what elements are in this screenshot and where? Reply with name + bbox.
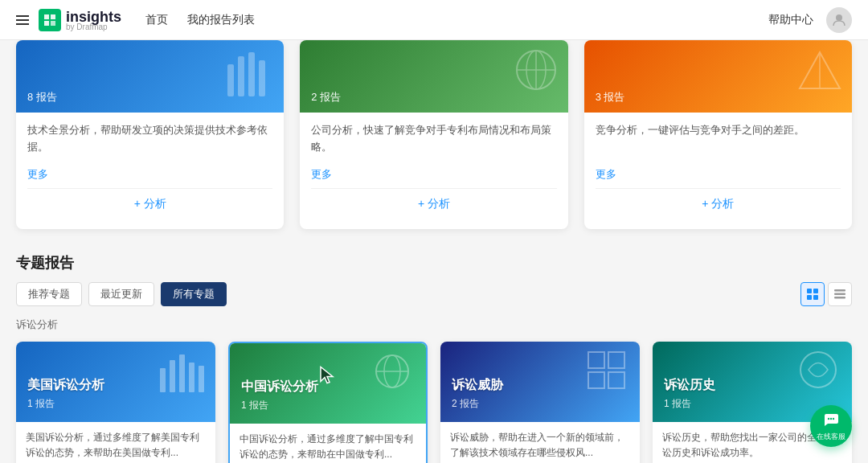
top-card-2: 3 报告 竞争分析，一键评估与竞争对手之间的差距。 更多 + 分析 [584,40,852,229]
svg-rect-1 [51,14,55,19]
card-deco-1 [512,48,560,95]
card-header-green: 2 报告 [300,40,567,113]
header-right: 帮助中心 [768,7,852,33]
card-0-body: 技术全景分析，帮助研发立项的决策提供技术参考依据。 更多 + 分析 [16,113,284,229]
top-card-1: 2 报告 公司分析，快速了解竞争对手专利布局情况和布局策略。 更多 + 分析 [300,40,567,229]
svg-point-37 [830,417,832,419]
report-card-0: 美国诉讼分析 1 报告 美国诉讼分析，通过多维度了解美国专利诉讼的态势，来帮助在… [16,342,215,463]
svg-rect-25 [179,354,185,392]
svg-rect-23 [160,368,166,392]
report-card-0-body: 美国诉讼分析，通过多维度了解美国专利诉讼的态势，来帮助在美国做专利... 更多 … [16,422,215,463]
card-0-desc: 技术全景分析，帮助研发立项的决策提供技术参考依据。 [27,122,272,162]
hamburger-menu[interactable] [16,15,29,25]
svg-rect-21 [834,293,845,296]
tab-recommended[interactable]: 推荐专题 [16,282,82,306]
report-card-1-desc: 中国诉讼分析，通过多维度了解中国专利诉讼的态势，来帮助在中国做专利... [240,432,416,463]
svg-rect-18 [807,295,812,300]
svg-point-4 [836,14,842,21]
svg-rect-3 [51,21,55,26]
report-card-2-body: 诉讼威胁，帮助在进入一个新的领域前，了解该技术领域存在哪些侵权风... 更多 ☆ [440,422,640,463]
chat-label: 在线客服 [817,432,845,442]
tab-recent[interactable]: 最近更新 [88,282,154,306]
svg-rect-2 [44,21,49,26]
card-header-orange: 3 报告 [584,40,852,113]
svg-rect-5 [227,64,234,96]
report-card-2-header: 诉讼威胁 2 报告 [440,342,640,422]
card-2-more[interactable]: 更多 [596,167,616,182]
main-content: 8 报告 技术全景分析，帮助研发立项的决策提供技术参考依据。 更多 + 分析 [0,40,868,463]
cursor-indicator [319,366,337,389]
report-card-2-desc: 诉讼威胁，帮助在进入一个新的领域前，了解该技术领域存在哪些侵权风... [450,430,630,463]
grid-view-button[interactable] [800,282,825,306]
report-card-0-badge: 1 报告 [27,397,204,411]
report-deco-3 [796,348,841,395]
card-1-badge: 2 报告 [311,90,341,104]
report-card-1-badge: 1 报告 [241,399,415,412]
svg-point-38 [833,417,834,419]
svg-point-35 [800,352,836,387]
svg-rect-34 [608,372,624,388]
report-card-0-header: 美国诉讼分析 1 报告 [16,342,215,422]
report-card-2: 诉讼威胁 2 报告 诉讼威胁，帮助在进入一个新的领域前，了解该技术领域存在哪些侵… [440,342,640,463]
report-card-1-header: 中国诉讼分析 1 报告 [230,343,426,424]
card-deco-0 [227,48,276,99]
svg-rect-26 [189,363,194,392]
logo-text-group: insights by Drafmap [66,9,121,31]
card-2-analyze[interactable]: + 分析 [596,188,841,219]
svg-rect-31 [588,352,604,368]
report-deco-2 [584,348,628,395]
card-0-badge: 8 报告 [27,90,57,104]
card-1-more[interactable]: 更多 [311,167,332,182]
help-link[interactable]: 帮助中心 [768,13,813,27]
svg-rect-6 [238,56,244,96]
section-title: 专题报告 [16,253,852,272]
filter-tabs: 推荐专题 最近更新 所有专题 [16,282,852,306]
card-1-analyze[interactable]: + 分析 [311,188,556,219]
header: insights by Drafmap 首页 我的报告列表 帮助中心 [0,0,868,40]
svg-rect-19 [813,295,818,300]
list-view-button[interactable] [828,282,852,306]
svg-rect-33 [588,372,604,388]
svg-rect-8 [259,60,265,96]
svg-rect-32 [608,352,624,368]
svg-rect-24 [170,360,175,392]
card-header-blue: 8 报告 [16,40,284,113]
report-card-2-badge: 2 报告 [452,397,628,411]
card-0-analyze[interactable]: + 分析 [27,188,272,219]
svg-rect-17 [813,289,818,293]
report-deco-0 [160,348,204,395]
report-cards-grid: 美国诉讼分析 1 报告 美国诉讼分析，通过多维度了解美国专利诉讼的态势，来帮助在… [16,342,852,463]
card-2-desc: 竞争分析，一键评估与竞争对手之间的差距。 [596,122,841,162]
svg-rect-20 [834,289,845,292]
nav-reports[interactable]: 我的报告列表 [187,13,255,27]
svg-rect-0 [44,14,49,19]
report-deco-1 [371,350,415,396]
svg-point-36 [828,417,829,419]
card-1-desc: 公司分析，快速了解竞争对手专利布局情况和布局策略。 [311,122,556,162]
nav-home[interactable]: 首页 [145,13,168,27]
svg-rect-27 [199,366,204,392]
logo: insights by Drafmap [39,9,121,31]
chat-widget[interactable]: 在线客服 [810,405,852,447]
card-1-body: 公司分析，快速了解竞争对手专利布局情况和布局策略。 更多 + 分析 [300,113,567,229]
svg-rect-7 [248,52,255,96]
user-avatar[interactable] [826,7,852,33]
card-0-more[interactable]: 更多 [27,167,48,182]
top-card-0: 8 报告 技术全景分析，帮助研发立项的决策提供技术参考依据。 更多 + 分析 [16,40,284,229]
view-toggle [800,282,852,306]
report-card-0-desc: 美国诉讼分析，通过多维度了解美国专利诉讼的态势，来帮助在美国做专利... [26,430,206,463]
card-2-badge: 3 报告 [596,90,625,104]
report-card-1-body: 中国诉讼分析，通过多维度了解中国专利诉讼的态势，来帮助在中国做专利... 更多 … [230,424,426,463]
category-label: 诉讼分析 [16,318,852,332]
report-card-1: 中国诉讼分析 1 报告 中国诉讼分析，通过多维度了解中国专利诉讼的态势，来帮助在… [228,342,428,463]
top-cards-section: 8 报告 技术全景分析，帮助研发立项的决策提供技术参考依据。 更多 + 分析 [16,40,852,229]
report-card-3-badge: 1 报告 [664,397,841,411]
tab-all[interactable]: 所有专题 [161,282,227,306]
card-2-body: 竞争分析，一键评估与竞争对手之间的差距。 更多 + 分析 [584,113,852,229]
card-deco-2 [796,48,844,95]
svg-rect-16 [807,289,812,293]
svg-rect-22 [834,297,845,299]
logo-icon [39,9,61,31]
